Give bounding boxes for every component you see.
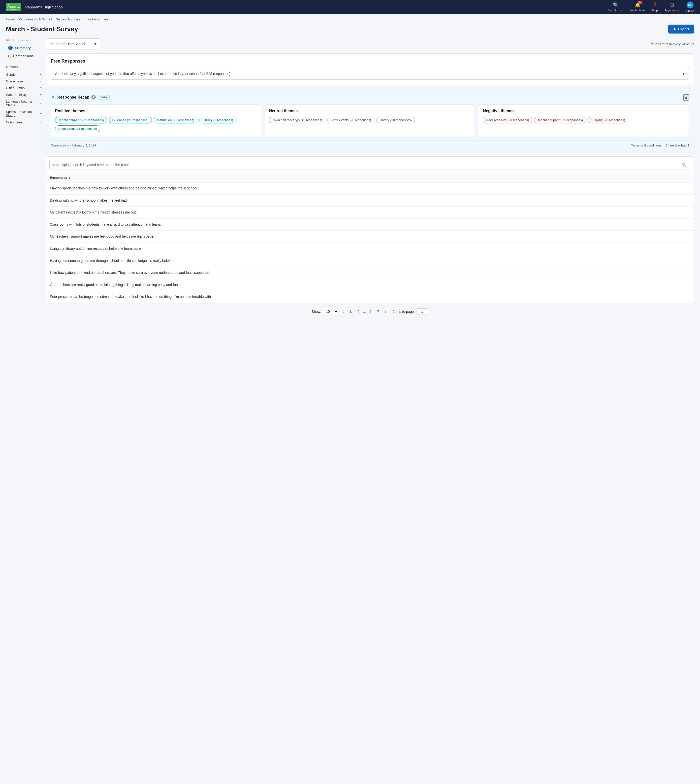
recap-header: ✦ Response Recap ? Beta ▲ [51,94,689,100]
positive-themes-card: Positive themes Teacher support (25 resp… [51,105,261,136]
collapse-button[interactable]: ▲ [683,94,689,100]
recap-links: Terms and conditions Share feedback! [631,144,689,147]
sel-surveys-label: SEL & SURVEYS [6,38,42,42]
search-wrapper: 🔍 [46,156,694,173]
chevron-down-icon: ▾ [40,112,42,115]
page-title-row: March - Student Survey ⬇ Export [0,23,700,38]
next-page-button[interactable]: › [383,309,389,314]
page-1-button[interactable]: 1 [347,309,354,314]
main-layout: SEL & SURVEYS 🔵 Summary ⊟ Comparisons FI… [0,38,700,320]
neutral-themes-card: Neutral themes Town hall meetings (40 re… [265,105,475,136]
pagination-row: Show: 10 25 50 100 ‹ 1 2 ... 6 7 › Jump … [46,303,694,320]
search-box: 🔍 [49,160,690,170]
breadcrumb-home[interactable]: Home [6,17,15,21]
filter-cohort-year[interactable]: Cohort Year ▾ [6,119,42,125]
table-header: Responses ▲ [46,173,694,182]
nav-applications[interactable]: ⊞ Applications [665,2,679,12]
filter-grade-level[interactable]: Grade Level ▾ [6,78,42,85]
question-text: Are there any significant aspects of you… [55,72,230,76]
pagination-pages: ‹ 1 2 ... 6 7 › [340,309,389,314]
table-row: Using the library and online resources h… [46,243,694,255]
negative-theme-title: Negative themes [483,109,685,113]
filter-race-ethnicity[interactable]: Race Ethnicity ▾ [6,91,42,98]
breadcrumb: Home › Panorama High School › Survey Sum… [0,14,700,23]
page-7-button[interactable]: 7 [375,309,382,314]
response-recap-card: ✦ Response Recap ? Beta ▲ Positive theme… [46,89,694,152]
table-row: My parents expect a lot from me, which s… [46,207,694,219]
tag-negative-2[interactable]: Bullying (20 responses) [588,117,628,124]
nav-find-student[interactable]: 🔍 Find Student [608,2,623,12]
search-input[interactable] [53,163,680,167]
sidebar: SEL & SURVEYS 🔵 Summary ⊟ Comparisons FI… [6,38,46,320]
breadcrumb-survey-summary[interactable]: Survey Summary [56,17,81,21]
school-selector-row: Panorama High School ▾ Reports refresh e… [46,38,694,49]
tag-positive-2[interactable]: Instruction (10 responses) [154,117,197,124]
tag-positive-0[interactable]: Teacher support (25 responses) [55,117,107,124]
avatar: DP [687,2,693,8]
chevron-down-icon: ▾ [40,80,42,83]
sidebar-item-summary[interactable]: 🔵 Summary [6,44,42,52]
negative-tags: Peer pressure (30 responses) Teacher sup… [483,117,685,124]
chevron-down-icon: ▾ [682,71,685,77]
free-responses-card: Free Responses Are there any significant… [46,53,694,85]
filter-gender[interactable]: Gender ▾ [6,71,42,78]
question-dropdown[interactable]: Are there any significant aspects of you… [51,68,689,80]
table-row: Playing sports teaches me how to work wi… [46,182,694,195]
responses-table: Responses ▲ Playing sports teaches me ho… [46,173,694,303]
feedback-link[interactable]: Share feedback! [665,144,689,147]
tag-negative-1[interactable]: Teacher support (25 responses) [534,117,586,124]
school-selector[interactable]: Panorama High School ▾ [46,38,100,49]
filter-language-learner[interactable]: Language Learner Status ▾ [6,98,42,109]
nav-notifications[interactable]: 🔔 6+ Notifications [630,2,645,12]
table-row: My teachers' support makes me feel good … [46,231,694,243]
responses-column-label: Responses [50,176,67,179]
chevron-down-icon: ▾ [40,86,42,90]
header: ✦ PANORAMA EDUCATION Panorama High Schoo… [0,0,700,14]
breadcrumb-school[interactable]: Panorama High School [18,17,52,21]
page-2-button[interactable]: 2 [355,309,362,314]
tag-positive-3[interactable]: Library (9 responses) [200,117,237,124]
sort-arrow-icon[interactable]: ▲ [68,176,71,179]
free-responses-title: Free Responses [51,59,689,64]
help-icon: ❓ [652,2,658,8]
recap-footer: Generated on February 2, 2024 Terms and … [51,140,689,147]
tag-positive-1[interactable]: Guidance (20 responses) [109,117,152,124]
prev-page-button[interactable]: ‹ [340,309,346,314]
terms-link[interactable]: Terms and conditions [631,144,661,147]
table-row: Our teachers are really good at explaini… [46,279,694,291]
tag-neutral-2[interactable]: Library (10 responses) [376,117,415,124]
table-row: Dealing with bullying at school makes me… [46,195,694,207]
filter-special-education[interactable]: Special Education Status ▾ [6,109,42,119]
header-school-name: Panorama High School [25,5,63,9]
neutral-theme-title: Neutral themes [269,109,471,113]
sidebar-nav: 🔵 Summary ⊟ Comparisons [6,44,42,60]
table-row: Peer pressure can be tough sometimes. It… [46,291,694,303]
positive-tags: Teacher support (25 responses) Guidance … [55,117,257,132]
table-row: Having someone to guide me through schoo… [46,255,694,267]
tag-neutral-1[interactable]: Sport events (20 responses) [327,117,374,124]
tag-negative-0[interactable]: Peer pressure (30 responses) [483,117,532,124]
page-title: March - Student Survey [6,25,78,33]
tag-positive-4[interactable]: Sport events (5 responses) [55,125,100,132]
negative-themes-card: Negative themes Peer pressure (30 respon… [479,105,689,136]
beta-badge: Beta [98,95,110,100]
export-button[interactable]: ⬇ Export [668,25,694,33]
nav-profile[interactable]: DP Profile [687,2,694,12]
show-select[interactable]: 10 25 50 100 [323,308,338,315]
find-student-icon: 🔍 [613,2,618,8]
chevron-down-icon: ▾ [40,73,42,76]
filters-section: FILTERS Gender ▾ Grade Level ▾ Gifted St… [6,66,42,125]
filter-gifted-status[interactable]: Gifted Status ▾ [6,85,42,91]
sidebar-item-comparisons[interactable]: ⊟ Comparisons [6,52,42,60]
tag-neutral-0[interactable]: Town hall meetings (40 responses) [269,117,325,124]
nav-help[interactable]: ❓ Help [652,2,658,12]
page-6-button[interactable]: 6 [367,309,374,314]
neutral-tags: Town hall meetings (40 responses) Sport … [269,117,471,124]
jump-to: Jump to page: [393,308,428,315]
header-nav: 🔍 Find Student 🔔 6+ Notifications ❓ Help… [608,2,694,12]
dropdown-chevron-icon: ▾ [94,41,97,47]
recap-title-row: ✦ Response Recap ? Beta [51,94,110,100]
logo: ✦ PANORAMA EDUCATION [6,3,21,11]
jump-to-input[interactable] [416,308,428,315]
help-icon[interactable]: ? [91,95,96,100]
